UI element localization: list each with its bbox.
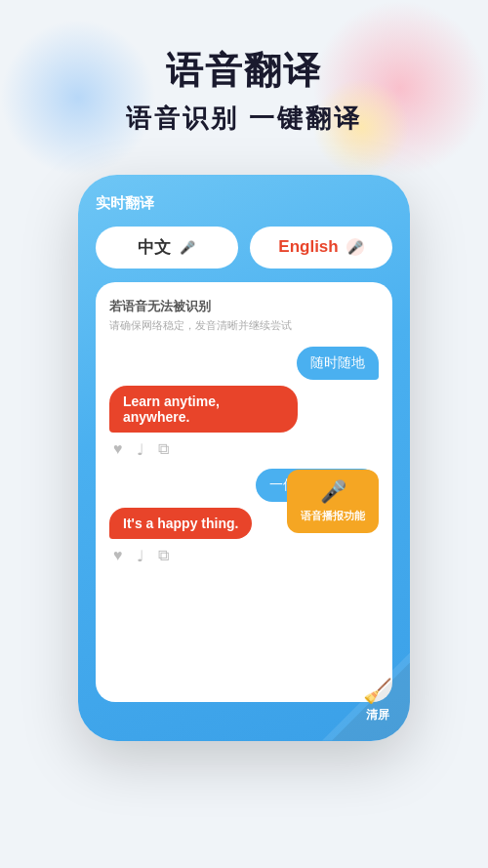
phone-wrapper: 实时翻译 中文 🎤 English 🎤 若语音无法被识别 请确保网络稳定，发音清…	[0, 175, 488, 741]
clear-broom-icon: 🧹	[363, 678, 392, 705]
title-bar: 实时翻译	[96, 194, 392, 213]
message-group-2: Learn anytime, anywhere. ♥ ♩ ⧉	[109, 386, 379, 463]
tooltip-label: 语音播报功能	[301, 509, 365, 523]
chat-messages: 随时随地 Learn anytime, anywhere. ♥ ♩ ⧉ 一件快乐…	[109, 347, 379, 569]
clear-button[interactable]: 🧹 清屏	[363, 678, 392, 723]
chinese-lang-button[interactable]: 中文 🎤	[96, 227, 238, 269]
action-row-2: ♥ ♩ ⧉	[109, 543, 173, 569]
bubble-zh-1: 随时随地	[297, 347, 379, 380]
bubble-en-2: It's a happy thing.	[109, 508, 252, 539]
tooltip-popup: 🎤 语音播报功能	[287, 470, 379, 533]
chat-area: 若语音无法被识别 请确保网络稳定，发音清晰并继续尝试 随时随地 Learn an…	[96, 282, 392, 702]
language-selector-row: 中文 🎤 English 🎤	[96, 227, 392, 269]
bubble-en-1: Learn anytime, anywhere.	[109, 386, 298, 433]
phone-title: 实时翻译	[96, 194, 154, 213]
message-group-1: 随时随地	[109, 347, 379, 380]
unrecognized-subtitle: 请确保网络稳定，发音清晰并继续尝试	[109, 318, 379, 333]
speaker-icon-1[interactable]: ♩	[137, 440, 144, 459]
chinese-lang-label: 中文	[138, 236, 171, 259]
sub-title: 语音识别 一键翻译	[0, 102, 488, 136]
unrecognized-section: 若语音无法被识别 请确保网络稳定，发音清晰并继续尝试	[109, 298, 379, 333]
tooltip-mic-icon: 🎤	[320, 479, 346, 505]
english-mic-icon: 🎤	[346, 238, 364, 256]
header-section: 语音翻译 语音识别 一键翻译	[0, 0, 488, 155]
main-title: 语音翻译	[0, 49, 488, 94]
action-row-1: ♥ ♩ ⧉	[109, 436, 173, 463]
chinese-mic-icon: 🎤	[179, 238, 196, 256]
english-lang-button[interactable]: English 🎤	[250, 227, 392, 269]
phone-frame: 实时翻译 中文 🎤 English 🎤 若语音无法被识别 请确保网络稳定，发音清…	[78, 175, 410, 741]
speaker-icon-2[interactable]: ♩	[137, 547, 144, 565]
unrecognized-title: 若语音无法被识别	[109, 298, 379, 315]
heart-icon-1[interactable]: ♥	[113, 440, 123, 458]
english-lang-label: English	[278, 237, 338, 257]
clear-label: 清屏	[366, 707, 389, 723]
heart-icon-2[interactable]: ♥	[113, 547, 123, 564]
copy-icon-1[interactable]: ⧉	[158, 440, 169, 458]
copy-icon-2[interactable]: ⧉	[158, 547, 169, 564]
